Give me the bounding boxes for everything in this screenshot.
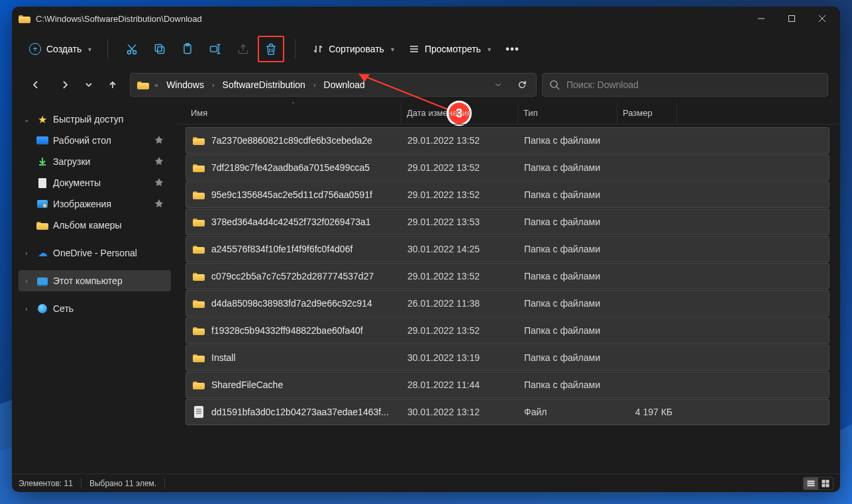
back-button[interactable] (24, 73, 48, 97)
sidebar-onedrive[interactable]: › ☁ OneDrive - Personal (19, 242, 171, 264)
column-name[interactable]: ˄ Имя (186, 102, 401, 124)
sidebar-quick-access[interactable]: ⌄ ★ Быстрый доступ (19, 109, 171, 130)
forward-button[interactable] (53, 73, 77, 97)
table-row[interactable]: c079cc2b5a7c7c572b2d287774537d2729.01.20… (186, 263, 829, 289)
column-headers: ˄ Имя Дата изменения Тип Размер (175, 102, 840, 125)
view-button[interactable]: Просмотреть ▾ (402, 37, 498, 61)
table-row[interactable]: Install30.01.2022 13:19Папка с файлами (186, 344, 829, 371)
folder-icon (193, 244, 205, 254)
svg-rect-32 (822, 480, 825, 483)
svg-rect-9 (156, 44, 162, 51)
cell-date: 26.01.2022 11:38 (402, 298, 519, 309)
crumb-overflow[interactable]: « (153, 81, 160, 89)
share-button[interactable] (230, 36, 256, 62)
status-selected-count: Выбрано 11 элем. (89, 479, 156, 488)
table-row[interactable]: 378ed364a4d4c42452f732f0269473a129.01.20… (186, 209, 829, 235)
breadcrumb-item[interactable]: Download (321, 77, 368, 93)
svg-rect-12 (211, 46, 217, 52)
delete-button[interactable] (258, 36, 284, 62)
refresh-button[interactable] (512, 75, 532, 95)
svg-rect-8 (158, 47, 164, 54)
chevron-down-icon: ▾ (391, 46, 394, 53)
folder-icon (193, 299, 205, 308)
explorer-window: C:\Windows\SoftwareDistribution\Download… (12, 7, 840, 492)
thumbnails-view-button[interactable] (818, 478, 833, 489)
column-date[interactable]: Дата изменения (401, 102, 518, 124)
plus-icon: + (29, 43, 41, 55)
folder-icon (193, 217, 205, 227)
sidebar-desktop[interactable]: Рабочий стол (19, 130, 171, 151)
svg-line-28 (557, 87, 559, 89)
titlebar[interactable]: C:\Windows\SoftwareDistribution\Download (12, 7, 840, 30)
cell-type: Папка с файлами (519, 244, 618, 254)
table-row[interactable]: f19328c5b94332ff948822bae60fa40f29.01.20… (186, 317, 829, 344)
recent-button[interactable] (82, 73, 95, 97)
cell-date: 29.01.2022 13:52 (402, 135, 519, 146)
document-icon (38, 178, 46, 188)
breadcrumb-item[interactable]: SoftwareDistribution (220, 77, 308, 93)
table-row[interactable]: SharedFileCache28.01.2022 11:44Папка с ф… (186, 372, 829, 398)
close-button[interactable] (807, 8, 837, 29)
desktop-icon (36, 136, 48, 144)
chevron-right-icon: › (211, 81, 216, 89)
sidebar-network[interactable]: › Сеть (19, 298, 171, 319)
cell-type: Папка с файлами (519, 217, 618, 227)
cut-button[interactable] (119, 36, 145, 62)
more-button[interactable] (499, 36, 525, 62)
cell-date: 30.01.2022 14:25 (402, 244, 519, 254)
breadcrumb-item[interactable]: Windows (164, 77, 207, 93)
column-size[interactable]: Размер (617, 102, 677, 124)
cell-date: 29.01.2022 13:52 (402, 271, 519, 281)
monitor-icon (37, 277, 48, 285)
cell-date: 29.01.2022 13:53 (402, 217, 519, 227)
svg-rect-31 (808, 485, 814, 486)
globe-icon (38, 304, 47, 313)
search-icon (549, 79, 560, 90)
up-button[interactable] (101, 73, 125, 97)
search-input[interactable] (566, 79, 821, 90)
rename-button[interactable] (202, 36, 229, 62)
sidebar-downloads[interactable]: Загрузки (19, 151, 171, 172)
pin-icon (155, 156, 166, 167)
table-row[interactable]: d4da85098c38983fd7a2d9e66c92c91426.01.20… (186, 290, 829, 317)
table-row[interactable]: a245576f834f10fe1f4f9f6fc0f4d06f30.01.20… (186, 236, 829, 262)
table-row[interactable]: 95e9c1356845ac2e5d11cd756aa0591f29.01.20… (186, 181, 829, 208)
sidebar-documents[interactable]: Документы (19, 172, 171, 193)
sort-button[interactable]: Сортировать ▾ (306, 37, 401, 61)
paste-button[interactable] (174, 36, 201, 62)
sort-label: Сортировать (329, 44, 384, 54)
search-box[interactable] (542, 73, 828, 97)
address-bar[interactable]: « Windows › SoftwareDistribution › Downl… (130, 73, 537, 97)
copy-button[interactable] (146, 36, 173, 62)
svg-point-5 (133, 51, 136, 54)
cell-name: c079cc2b5a7c7c572b2d287774537d27 (207, 271, 402, 281)
table-row[interactable]: dd1591bfa3d0c12b04273aa37edae1463f...30.… (186, 399, 829, 425)
chevron-right-icon: › (21, 277, 32, 285)
maximize-button[interactable] (776, 8, 807, 29)
new-button[interactable]: + Создать ▾ (24, 37, 97, 61)
folder-icon (193, 136, 205, 145)
sidebar-this-pc[interactable]: › Этот компьютер (19, 270, 171, 291)
svg-rect-33 (826, 480, 829, 483)
svg-rect-1 (789, 16, 795, 22)
view-mode-switch (803, 477, 833, 490)
sidebar-pictures[interactable]: Изображения (19, 193, 171, 215)
separator (295, 39, 295, 59)
file-list[interactable]: 7a2370e8860821c89cdfe6b3cebeda2e29.01.20… (175, 125, 840, 474)
column-type[interactable]: Тип (518, 102, 617, 124)
table-row[interactable]: 7df2189c7fe42aadba6a7015e499cca529.01.20… (186, 154, 829, 181)
cloud-icon: ☁ (36, 248, 49, 258)
cell-name: a245576f834f10fe1f4f9f6fc0f4d06f (207, 244, 402, 254)
minimize-button[interactable] (746, 8, 776, 29)
cell-name: 378ed364a4d4c42452f732f0269473a1 (207, 217, 402, 227)
file-icon (194, 406, 203, 418)
chevron-right-icon: › (21, 305, 32, 313)
sidebar-camera-roll[interactable]: Альбом камеры (19, 215, 171, 236)
table-row[interactable]: 7a2370e8860821c89cdfe6b3cebeda2e29.01.20… (186, 127, 829, 154)
history-dropdown[interactable] (488, 75, 508, 95)
cell-type: Папка с файлами (519, 379, 618, 390)
chevron-right-icon: › (312, 81, 317, 89)
details-view-button[interactable] (804, 478, 818, 489)
cell-type: Папка с файлами (519, 325, 618, 336)
navigation-pane[interactable]: ⌄ ★ Быстрый доступ Рабочий стол Загрузки… (12, 102, 175, 474)
